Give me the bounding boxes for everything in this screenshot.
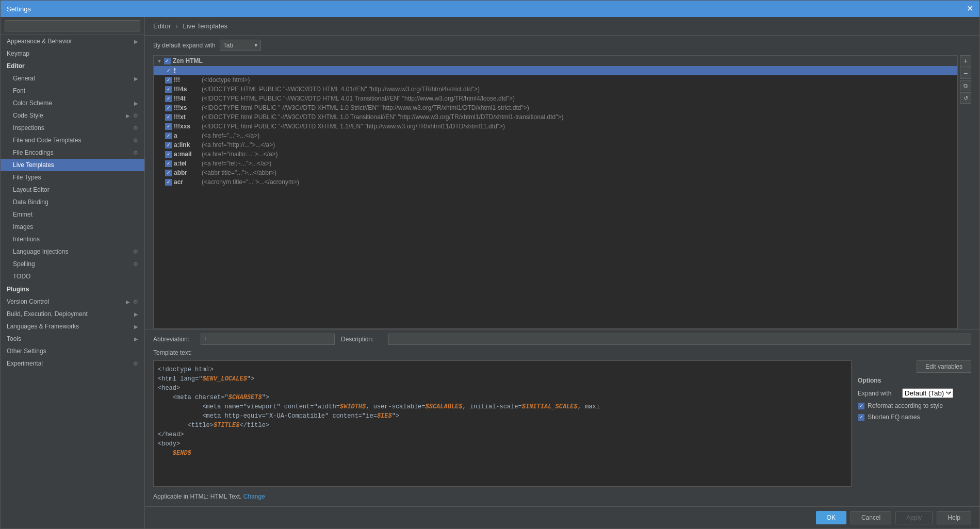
sidebar-item-todo[interactable]: TODO bbox=[1, 270, 144, 283]
gear-icon: ⚙ bbox=[133, 137, 138, 144]
template-row[interactable]: abbr (<abbr title="...">...</abbr>) bbox=[154, 168, 957, 177]
description-input[interactable] bbox=[388, 334, 971, 345]
template-row[interactable]: !!!xs (<!DOCTYPE html PUBLIC "-//W3C//DT… bbox=[154, 103, 957, 112]
item-checkbox[interactable] bbox=[165, 123, 172, 130]
breadcrumb: Editor › Live Templates bbox=[145, 17, 979, 36]
gear-icon: ⚙ bbox=[133, 150, 138, 156]
template-row[interactable]: a:link (<a href="http://...">...</a>) bbox=[154, 140, 957, 150]
shorten-fq-option-row[interactable]: Shorten FQ names bbox=[858, 414, 971, 421]
sidebar-label: Language Injections bbox=[13, 248, 68, 255]
template-row[interactable]: !!!4t (<!DOCTYPE HTML PUBLIC "-//W3C//DT… bbox=[154, 94, 957, 103]
item-checkbox[interactable] bbox=[165, 86, 172, 93]
template-row[interactable]: !!!4s (<!DOCTYPE HTML PUBLIC "-//W3C//DT… bbox=[154, 85, 957, 94]
sidebar-item-language-injections[interactable]: Language Injections ⚙ bbox=[1, 245, 144, 258]
sidebar-label: Editor bbox=[7, 62, 25, 70]
copy-button[interactable]: ⧉ bbox=[960, 80, 971, 91]
item-checkbox[interactable] bbox=[165, 179, 172, 186]
template-row[interactable]: a (<a href="...">...</a>) bbox=[154, 131, 957, 140]
sidebar-item-file-code-templates[interactable]: File and Code Templates ⚙ bbox=[1, 134, 144, 146]
arrow-right-icon: ▶ bbox=[126, 113, 130, 119]
sidebar-item-general[interactable]: General ▶ bbox=[1, 72, 144, 85]
zen-html-group[interactable]: ▼ Zen HTML bbox=[154, 56, 957, 66]
item-checkbox[interactable] bbox=[165, 151, 172, 158]
reformat-option-row[interactable]: Reformat according to style bbox=[858, 402, 971, 409]
sidebar-item-tools[interactable]: Tools ▶ bbox=[1, 333, 144, 345]
sidebar-item-build-exec[interactable]: Build, Execution, Deployment ▶ bbox=[1, 308, 144, 320]
sidebar-item-keymap[interactable]: Keymap bbox=[1, 47, 144, 60]
item-checkbox[interactable] bbox=[165, 160, 172, 167]
template-row[interactable]: !!!xt (<!DOCTYPE html PUBLIC "-//W3C//DT… bbox=[154, 112, 957, 122]
sidebar: Appearance & Behavior ▶ Keymap Editor Ge… bbox=[1, 17, 145, 528]
item-checkbox[interactable] bbox=[165, 170, 172, 176]
sidebar-item-data-binding[interactable]: Data Binding bbox=[1, 196, 144, 208]
item-checkbox[interactable] bbox=[165, 77, 172, 84]
template-row[interactable]: !!!xxs (<!DOCTYPE html PUBLIC "-//W3C//D… bbox=[154, 122, 957, 131]
sidebar-item-color-scheme[interactable]: Color Scheme ▶ bbox=[1, 97, 144, 109]
abbreviation-input[interactable] bbox=[201, 334, 335, 345]
search-input[interactable] bbox=[5, 20, 140, 31]
gear-icon: ⚙ bbox=[133, 112, 138, 119]
main-content: Editor › Live Templates By default expan… bbox=[145, 17, 979, 528]
sidebar-item-spelling[interactable]: Spelling ⚙ bbox=[1, 258, 144, 270]
ok-button[interactable]: OK bbox=[816, 511, 846, 524]
sidebar-item-editor[interactable]: Editor bbox=[1, 60, 144, 72]
sidebar-item-languages[interactable]: Languages & Frameworks ▶ bbox=[1, 320, 144, 333]
sidebar-item-other-settings[interactable]: Other Settings bbox=[1, 345, 144, 357]
bottom-panel: Abbreviation: Description: Template text… bbox=[145, 329, 979, 506]
sidebar-item-layout-editor[interactable]: Layout Editor bbox=[1, 184, 144, 196]
add-button[interactable]: + bbox=[960, 55, 971, 67]
options-title: Options bbox=[858, 377, 971, 384]
sidebar-item-version-control[interactable]: Version Control ▶ ⚙ bbox=[1, 295, 144, 308]
sidebar-item-inspections[interactable]: Inspections ⚙ bbox=[1, 122, 144, 134]
change-link[interactable]: Change bbox=[243, 493, 265, 500]
template-row-selected[interactable]: ! bbox=[154, 66, 957, 75]
sidebar-label: Code Style bbox=[13, 112, 43, 119]
options-expand-select-wrapper[interactable]: Default (Tab) Tab Enter bbox=[902, 388, 953, 398]
item-checkbox[interactable] bbox=[165, 114, 172, 121]
sidebar-item-file-encodings[interactable]: File Encodings ⚙ bbox=[1, 146, 144, 159]
sidebar-item-file-types[interactable]: File Types bbox=[1, 171, 144, 184]
sidebar-label: Experimental bbox=[7, 360, 43, 367]
list-action-buttons: + − ⧉ ↺ bbox=[960, 55, 971, 329]
template-row[interactable]: !!! (<!doctype html>) bbox=[154, 75, 957, 85]
options-expand-select[interactable]: Default (Tab) Tab Enter bbox=[902, 388, 953, 398]
item-checkbox[interactable] bbox=[165, 68, 172, 74]
apply-button[interactable]: Apply bbox=[895, 511, 933, 524]
expand-with-select[interactable]: Tab Enter Space bbox=[220, 40, 261, 51]
sidebar-label: Tools bbox=[7, 335, 21, 342]
sidebar-label: TODO bbox=[13, 273, 30, 280]
reformat-checkbox[interactable] bbox=[858, 403, 864, 409]
sidebar-label: Data Binding bbox=[13, 199, 48, 206]
template-row[interactable]: a:mail (<a href="mailto:...">...</a>) bbox=[154, 150, 957, 159]
edit-variables-button[interactable]: Edit variables bbox=[917, 360, 971, 373]
group-checkbox[interactable] bbox=[164, 58, 171, 64]
cancel-button[interactable]: Cancel bbox=[851, 511, 891, 524]
item-checkbox[interactable] bbox=[165, 95, 172, 102]
expand-with-select-wrapper[interactable]: Tab Enter Space bbox=[220, 40, 261, 51]
restore-button[interactable]: ↺ bbox=[960, 92, 971, 104]
remove-button[interactable]: − bbox=[960, 68, 971, 79]
code-editor[interactable]: <!doctype html> <html lang="$ENV_LOCALE$… bbox=[153, 360, 852, 487]
shorten-fq-checkbox[interactable] bbox=[858, 414, 864, 421]
close-button[interactable]: ✕ bbox=[967, 5, 973, 13]
sidebar-item-experimental[interactable]: Experimental ⚙ bbox=[1, 357, 144, 370]
item-checkbox[interactable] bbox=[165, 142, 172, 148]
template-row[interactable]: acr (<acronym title="...">...</acronym>) bbox=[154, 177, 957, 187]
sidebar-item-plugins[interactable]: Plugins bbox=[1, 283, 144, 295]
sidebar-item-font[interactable]: Font bbox=[1, 85, 144, 97]
template-row[interactable]: a:tel (<a href="tel:+...">...</a>) bbox=[154, 159, 957, 168]
sidebar-label: Version Control bbox=[7, 298, 49, 305]
item-checkbox[interactable] bbox=[165, 105, 172, 111]
sidebar-item-intentions[interactable]: Intentions bbox=[1, 233, 144, 245]
sidebar-item-appearance[interactable]: Appearance & Behavior ▶ bbox=[1, 35, 144, 47]
sidebar-item-live-templates[interactable]: Live Templates bbox=[1, 159, 144, 171]
help-button[interactable]: Help bbox=[937, 511, 971, 524]
arrow-right-icon: ▶ bbox=[134, 311, 138, 317]
group-triangle-icon[interactable]: ▼ bbox=[157, 58, 162, 64]
sidebar-item-emmet[interactable]: Emmet bbox=[1, 208, 144, 221]
breadcrumb-separator: › bbox=[176, 22, 178, 30]
sidebar-item-code-style[interactable]: Code Style ▶ ⚙ bbox=[1, 109, 144, 122]
item-checkbox[interactable] bbox=[165, 133, 172, 139]
sidebar-item-images[interactable]: Images bbox=[1, 221, 144, 233]
applicable-row: Applicable in HTML: HTML Text. Change bbox=[153, 491, 971, 502]
